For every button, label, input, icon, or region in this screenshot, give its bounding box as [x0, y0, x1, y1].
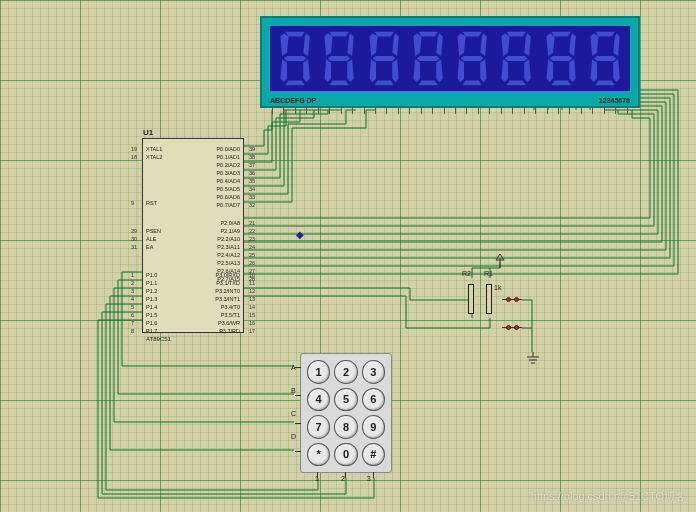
svg-marker-32: [457, 59, 464, 82]
svg-marker-54: [590, 33, 598, 56]
watermark-text: https://blog.csdn.r@51CTO博客: [531, 489, 686, 504]
keypad-key-8[interactable]: 8: [334, 415, 357, 439]
chip-pin-label: XTAL2: [146, 153, 162, 161]
svg-marker-51: [613, 59, 620, 82]
svg-marker-23: [436, 59, 443, 82]
chip-pin-label: 11: [249, 279, 255, 287]
r2-ref: R2: [462, 270, 471, 277]
chip-pin-label: P3.5/T1: [215, 311, 240, 319]
keypad-key-9[interactable]: 9: [362, 415, 385, 439]
chip-pin-label: 23: [249, 235, 255, 243]
keypad-key-1[interactable]: 1: [307, 360, 330, 384]
keypad-key-7[interactable]: 7: [307, 415, 330, 439]
chip-pin-label: 18: [131, 153, 137, 161]
chip-pin-label: 4: [131, 295, 134, 303]
svg-marker-28: [462, 32, 482, 37]
chip-pin-label: XTAL1: [146, 145, 162, 153]
svg-marker-35: [507, 32, 527, 37]
svg-marker-44: [569, 59, 576, 82]
svg-marker-45: [551, 80, 571, 85]
keypad-key-0[interactable]: 0: [334, 443, 357, 467]
svg-marker-37: [525, 59, 532, 82]
seven-segment-display: ABCDEFG DP 12345678: [260, 16, 640, 108]
chip-pin-label: P1.0: [146, 271, 157, 279]
resistor-r2: [468, 284, 474, 314]
seven-seg-digit: [586, 30, 624, 87]
svg-marker-29: [480, 33, 487, 56]
keypad-key-*[interactable]: *: [307, 443, 330, 467]
chip-pin-label: P0.3/AD3: [216, 169, 240, 177]
chip-pin-label: 39: [249, 145, 255, 153]
chip-pin-label: P0.1/AD1: [216, 153, 240, 161]
chip-pin-label: P2.0/A8: [217, 219, 240, 227]
chip-pin-label: 14: [249, 303, 255, 311]
chip-pin-label: 12: [249, 287, 255, 295]
keypad-key-#[interactable]: #: [362, 443, 385, 467]
display-seg-labels: ABCDEFG DP: [270, 97, 316, 104]
seven-seg-digit: [320, 30, 358, 87]
svg-marker-13: [328, 56, 351, 61]
svg-marker-9: [348, 59, 355, 82]
svg-marker-2: [303, 59, 310, 82]
chip-pin-label: 30: [131, 235, 137, 243]
svg-marker-3: [285, 80, 305, 85]
chip-pin-label: 32: [249, 201, 255, 209]
svg-marker-27: [416, 56, 439, 61]
chip-pin-label: 5: [131, 303, 134, 311]
seven-seg-digit: [276, 30, 314, 87]
svg-marker-53: [590, 59, 597, 82]
chip-pin-label: 24: [249, 243, 255, 251]
probe-marker: ◆: [296, 229, 304, 240]
chip-pin-label: 25: [249, 251, 255, 259]
chip-pin-label: 10: [249, 271, 255, 279]
chip-pin-label: 8: [131, 327, 134, 335]
chip-pin-label: 1: [131, 271, 134, 279]
matrix-keypad: 123456789*0# ABCD 123: [300, 353, 392, 473]
svg-marker-6: [284, 56, 307, 61]
keypad-key-3[interactable]: 3: [362, 360, 385, 384]
svg-marker-49: [595, 32, 615, 37]
seven-seg-digit: [409, 30, 447, 87]
pushbutton-1[interactable]: [502, 296, 522, 304]
chip-pin-label: P2.1/A9: [217, 227, 240, 235]
svg-marker-25: [413, 59, 420, 82]
chip-pin-label: P0.5/AD5: [216, 185, 240, 193]
svg-marker-14: [374, 32, 394, 37]
svg-marker-55: [593, 56, 616, 61]
ground-symbol: [526, 352, 540, 370]
svg-marker-17: [374, 80, 394, 85]
chip-pin-label: 19: [131, 145, 137, 153]
microcontroller-chip: U1 XTAL1XTAL2 RST PSENALEEA P1.0P1.1P1.2…: [142, 138, 244, 333]
chip-pin-label: P3.3/INT1: [215, 295, 240, 303]
chip-pin-label: P1.2: [146, 287, 157, 295]
chip-pin-label: P2.4/A12: [217, 251, 240, 259]
pullup-network: R2 R1 1k: [462, 278, 532, 368]
svg-marker-52: [595, 80, 615, 85]
svg-marker-26: [413, 33, 421, 56]
chip-pin-label: 31: [131, 243, 137, 251]
chip-pin-label: RST: [146, 199, 157, 207]
chip-pin-label: 2: [131, 279, 134, 287]
pushbutton-2[interactable]: [502, 324, 522, 332]
svg-marker-1: [303, 33, 310, 56]
keypad-key-4[interactable]: 4: [307, 388, 330, 412]
keypad-key-6[interactable]: 6: [362, 388, 385, 412]
svg-marker-4: [280, 59, 287, 82]
svg-marker-41: [505, 56, 528, 61]
chip-pin-label: P3.6/WR: [215, 319, 240, 327]
svg-marker-42: [551, 32, 571, 37]
chip-ref: U1: [143, 128, 153, 137]
chip-pin-label: 34: [249, 185, 255, 193]
svg-marker-21: [418, 32, 438, 37]
svg-marker-36: [525, 33, 532, 56]
svg-marker-48: [549, 56, 572, 61]
svg-marker-39: [502, 59, 509, 82]
chip-pin-label: 37: [249, 161, 255, 169]
chip-pin-label: 6: [131, 311, 134, 319]
chip-pin-label: P0.0/AD0: [216, 145, 240, 153]
keypad-key-5[interactable]: 5: [334, 388, 357, 412]
chip-pin-label: 36: [249, 169, 255, 177]
svg-marker-19: [369, 33, 377, 56]
chip-pin-label: EA: [146, 243, 161, 251]
keypad-key-2[interactable]: 2: [334, 360, 357, 384]
